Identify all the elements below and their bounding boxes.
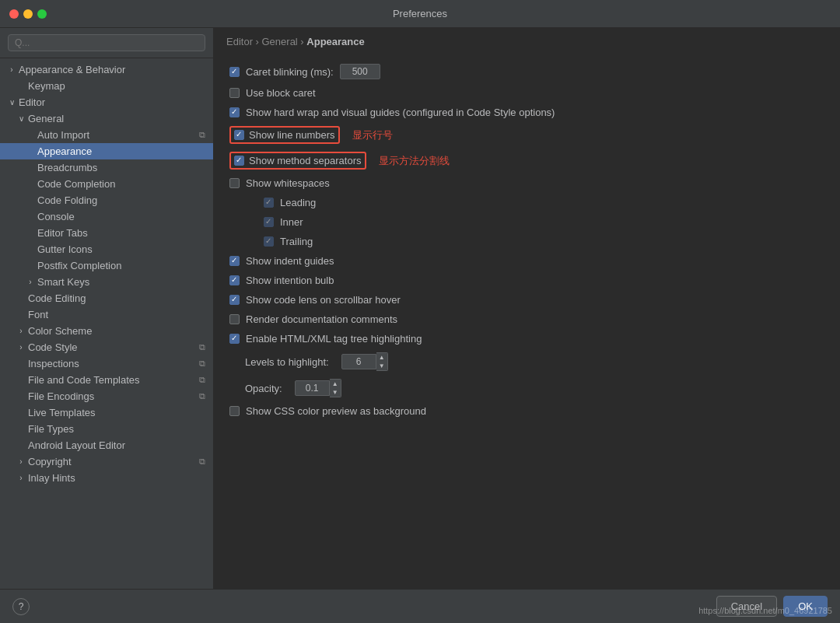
action-buttons: Cancel OK: [716, 596, 828, 617]
input-caret-blinking[interactable]: [340, 64, 380, 79]
setting-row-levels-to-highlight: Levels to highlight:▲▼: [229, 348, 824, 375]
tree-arrow-editor: ∨: [8, 98, 16, 107]
sidebar-item-editor-tabs[interactable]: Editor Tabs: [0, 225, 213, 241]
tree-label-breadcrumbs: Breadcrumbs: [37, 162, 205, 173]
checkbox-trailing: [264, 236, 274, 247]
titlebar: Preferences: [0, 0, 840, 28]
sidebar: ›Appearance & BehaviorKeymap∨Editor∨Gene…: [0, 28, 214, 589]
sidebar-item-android-layout-editor[interactable]: Android Layout Editor: [0, 437, 213, 453]
highlight-box-show-line-numbers: Show line numbers: [229, 126, 340, 144]
label-show-css-color: Show CSS color preview as background: [246, 405, 426, 417]
checkbox-use-block-caret[interactable]: [229, 88, 240, 98]
setting-row-show-css-color: Show CSS color preview as background: [229, 401, 824, 421]
sidebar-item-console[interactable]: Console: [0, 208, 213, 225]
sidebar-item-color-scheme[interactable]: ›Color Scheme: [0, 323, 213, 339]
checkbox-show-hard-wrap[interactable]: [229, 107, 240, 117]
tree-label-code-editing: Code Editing: [28, 292, 205, 304]
tree-label-postfix-completion: Postfix Completion: [37, 260, 205, 271]
tree-label-code-folding: Code Folding: [37, 194, 205, 206]
breadcrumb: Editor › General › Appearance: [214, 28, 840, 54]
tree-label-appearance: Appearance: [37, 145, 205, 157]
checkbox-caret-blinking[interactable]: [229, 67, 240, 77]
minimize-button[interactable]: [23, 9, 33, 19]
badge-file-encodings: ⧉: [199, 391, 205, 401]
sidebar-item-font[interactable]: Font: [0, 306, 213, 323]
setting-row-show-hard-wrap: Show hard wrap and visual guides (config…: [229, 103, 824, 122]
tree-label-smart-keys: Smart Keys: [37, 276, 205, 288]
cancel-button[interactable]: Cancel: [716, 596, 777, 617]
checkbox-show-intention-bulb[interactable]: [229, 275, 240, 285]
checkbox-show-method-separators[interactable]: [234, 156, 244, 166]
label-show-indent-guides: Show indent guides: [246, 255, 334, 267]
settings-content: Caret blinking (ms):Use block caretShow …: [214, 54, 840, 589]
setting-row-show-indent-guides: Show indent guides: [229, 251, 824, 271]
sidebar-item-code-editing[interactable]: Code Editing: [0, 290, 213, 306]
sidebar-item-appearance-behavior[interactable]: ›Appearance & Behavior: [0, 61, 213, 78]
sidebar-item-smart-keys[interactable]: ›Smart Keys: [0, 274, 213, 290]
sidebar-item-gutter-icons[interactable]: Gutter Icons: [0, 241, 213, 257]
setting-row-leading: Leading: [229, 193, 824, 212]
sidebar-item-breadcrumbs[interactable]: Breadcrumbs: [0, 159, 213, 176]
tree-label-general: General: [28, 113, 205, 124]
tree-arrow-copyright: ›: [17, 457, 25, 466]
sidebar-item-code-style[interactable]: ›Code Style⧉: [0, 339, 213, 355]
spinner-down-opacity[interactable]: ▼: [330, 388, 341, 397]
checkbox-enable-html-xml[interactable]: [229, 334, 240, 344]
tree-label-copyright: Copyright: [28, 456, 194, 467]
sidebar-item-file-types[interactable]: File Types: [0, 421, 213, 437]
annotation-show-line-numbers: 显示行号: [352, 128, 393, 142]
spinner-arrows-opacity: ▲▼: [330, 379, 341, 397]
sidebar-item-live-templates[interactable]: Live Templates: [0, 404, 213, 421]
search-input[interactable]: [8, 34, 205, 51]
sidebar-item-postfix-completion[interactable]: Postfix Completion: [0, 257, 213, 274]
tree-label-android-layout-editor: Android Layout Editor: [28, 439, 205, 451]
sidebar-item-auto-import[interactable]: Auto Import⧉: [0, 127, 213, 143]
tree-label-console: Console: [37, 211, 205, 222]
tree-label-file-types: File Types: [28, 423, 205, 435]
spinner-input-levels-to-highlight[interactable]: [341, 354, 376, 369]
close-button[interactable]: [9, 9, 19, 19]
checkbox-render-doc-comments[interactable]: [229, 314, 240, 324]
checkbox-show-indent-guides[interactable]: [229, 256, 240, 266]
sidebar-item-file-code-templates[interactable]: File and Code Templates⧉: [0, 372, 213, 388]
spinner-up-opacity[interactable]: ▲: [330, 380, 341, 388]
search-bar: [0, 28, 213, 58]
sidebar-item-file-encodings[interactable]: File Encodings⧉: [0, 388, 213, 404]
tree-label-gutter-icons: Gutter Icons: [37, 243, 205, 255]
checkbox-show-code-lens[interactable]: [229, 295, 240, 305]
checkbox-leading: [264, 198, 274, 208]
spinner-input-opacity[interactable]: [295, 380, 330, 396]
help-button[interactable]: ?: [12, 598, 30, 615]
sidebar-item-keymap[interactable]: Keymap: [0, 78, 213, 94]
main-layout: ›Appearance & BehaviorKeymap∨Editor∨Gene…: [0, 28, 840, 589]
tree-label-file-encodings: File Encodings: [28, 390, 194, 402]
ok-button[interactable]: OK: [783, 596, 828, 617]
checkbox-show-line-numbers[interactable]: [234, 130, 244, 140]
badge-inspections: ⧉: [199, 359, 205, 369]
tree-arrow-appearance-behavior: ›: [8, 65, 16, 74]
sidebar-item-general[interactable]: ∨General: [0, 110, 213, 127]
sidebar-item-appearance[interactable]: Appearance: [0, 143, 213, 159]
sidebar-item-code-folding[interactable]: Code Folding: [0, 192, 213, 208]
sidebar-item-inlay-hints[interactable]: ›Inlay Hints: [0, 470, 213, 486]
sidebar-item-code-completion[interactable]: Code Completion: [0, 176, 213, 192]
tree-arrow-inlay-hints: ›: [17, 474, 25, 482]
checkbox-show-css-color[interactable]: [229, 406, 240, 416]
maximize-button[interactable]: [37, 9, 47, 19]
label-enable-html-xml: Enable HTML/XML tag tree highlighting: [246, 333, 422, 345]
label-show-line-numbers: Show line numbers: [249, 129, 335, 141]
checkbox-show-whitespaces[interactable]: [229, 178, 240, 188]
breadcrumb-path: Editor › General ›: [226, 36, 306, 47]
setting-row-enable-html-xml: Enable HTML/XML tag tree highlighting: [229, 329, 824, 348]
sidebar-item-editor[interactable]: ∨Editor: [0, 94, 213, 110]
sidebar-item-inspections[interactable]: Inspections⧉: [0, 355, 213, 372]
label-leading: Leading: [280, 197, 316, 208]
annotation-show-method-separators: 显示方法分割线: [379, 154, 450, 168]
label-opacity: Opacity:: [245, 383, 282, 394]
badge-auto-import: ⧉: [199, 130, 205, 140]
spinner-up-levels-to-highlight[interactable]: ▲: [376, 353, 387, 362]
spinner-down-levels-to-highlight[interactable]: ▼: [376, 362, 387, 370]
sidebar-item-copyright[interactable]: ›Copyright⧉: [0, 453, 213, 470]
label-show-intention-bulb: Show intention bulb: [246, 275, 334, 286]
spinner-opacity: ▲▼: [295, 379, 341, 397]
